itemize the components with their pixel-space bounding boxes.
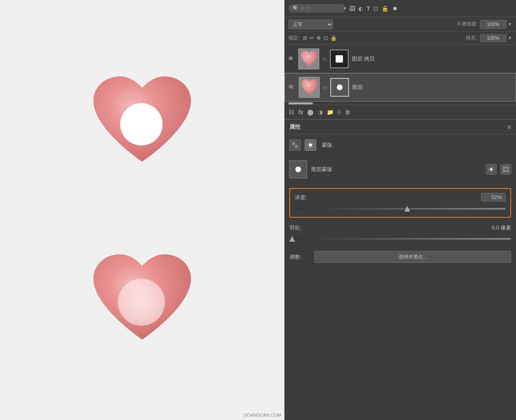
mask-section-label: 蒙版 (322, 141, 332, 149)
watermark: DOANDOAN.COM (244, 413, 281, 418)
density-label: 浓度: (295, 194, 307, 201)
toolbar-icons: 🖼 ◐ T ⊡ 🔒 (349, 5, 397, 12)
top-toolbar: 🔍 ▼ 🖼 ◐ T ⊡ 🔒 (284, 0, 516, 17)
layer-base-name: 图层 (352, 84, 363, 91)
density-slider-thumb[interactable] (404, 206, 410, 212)
svg-point-14 (490, 168, 492, 171)
mask-transform-action-icon[interactable] (501, 164, 511, 175)
new-layer-icon[interactable]: ⎘ (338, 109, 341, 115)
fill-dropdown-arrow: ▼ (508, 36, 512, 40)
svg-point-4 (118, 279, 165, 326)
svg-rect-7 (292, 142, 295, 145)
properties-body: 蒙版 图层蒙版 (284, 134, 516, 268)
fill-value[interactable]: 100% (480, 34, 506, 42)
lock-tool-icon[interactable]: 🔒 (382, 5, 388, 12)
layer-mask-row: 图层蒙版 (289, 157, 511, 182)
feather-slider-track (289, 238, 511, 240)
heart-top-svg (81, 64, 203, 178)
feather-section: 羽化: 0.0 像素 (289, 224, 511, 243)
layer-mask-preview-dot (295, 167, 301, 172)
lock-move-icon[interactable]: ✥ (317, 35, 321, 41)
density-row: 浓度: 52% (295, 193, 505, 201)
layer-copy-mask-dot (336, 55, 343, 63)
adjust-label: 调整: (289, 253, 310, 261)
density-slider-track (295, 208, 505, 210)
opacity-label: 不透明度: (457, 21, 477, 28)
svg-rect-9 (292, 145, 295, 148)
delete-layer-icon[interactable]: 🗑 (345, 109, 351, 115)
circle-tool-icon[interactable]: ◐ (358, 5, 363, 12)
link-layers-icon[interactable]: ⛓ (288, 109, 294, 115)
lock-row: 锁定: ⊞ ✏ ✥ ⊡ 🔒 填充: 100% ▼ (284, 32, 516, 45)
lock-label: 锁定: (288, 35, 299, 41)
layer-copy-chain-icon: ∞ (323, 56, 327, 62)
circle-mask-icon[interactable] (305, 139, 316, 151)
density-value[interactable]: 52% (481, 193, 505, 201)
layer-divider-bar (288, 102, 313, 104)
transform-tool-icon[interactable]: ⊡ (373, 5, 378, 12)
search-dropdown-icon: ▼ (343, 6, 347, 11)
properties-panel: 属性 ≡ (284, 119, 516, 420)
add-mask-icon[interactable]: ⬤ (307, 109, 314, 115)
layer-base-mask-thumb (330, 78, 349, 97)
layer-base-mask-dot (337, 84, 343, 90)
pixel-mask-icon[interactable] (289, 139, 301, 151)
image-tool-icon[interactable]: 🖼 (349, 5, 355, 12)
properties-menu-icon[interactable]: ≡ (507, 123, 511, 131)
svg-rect-16 (505, 168, 507, 171)
layer-copy-visibility-icon[interactable]: 👁 (288, 55, 295, 63)
blend-mode-row: 正常 不透明度: 100% ▼ (284, 17, 516, 32)
layer-tools: ⛓ fx ⬤ ◑ 📁 ⎘ 🗑 (284, 105, 516, 119)
opacity-dropdown-arrow: ▼ (508, 22, 512, 26)
properties-title: 属性 (289, 123, 301, 131)
layer-item-base[interactable]: 👁 ∞ 图层 (284, 73, 516, 102)
density-section: 浓度: 52% (289, 188, 511, 218)
feather-slider-container[interactable] (289, 235, 511, 243)
svg-rect-10 (295, 145, 298, 148)
search-input[interactable] (301, 6, 341, 11)
new-group-icon[interactable]: 📁 (327, 109, 334, 115)
svg-rect-8 (295, 142, 298, 145)
svg-point-2 (120, 103, 163, 145)
layer-copy-mask-thumb (330, 50, 349, 68)
mask-circle-action-icon[interactable] (486, 164, 496, 175)
density-slider-container[interactable] (295, 205, 505, 213)
search-icon: 🔍 (293, 5, 299, 11)
dot-indicator (393, 7, 397, 10)
select-and-mask-button[interactable]: 选择并遮住... (314, 251, 511, 263)
mask-type-row: 蒙版 (289, 139, 511, 151)
properties-header: 属性 ≡ (284, 120, 516, 134)
heart-bottom-container (81, 242, 203, 356)
layer-copy-name: 图层 拷贝 (352, 55, 375, 63)
layers-section: 👁 ∞ 图层 拷贝 (284, 45, 516, 119)
opacity-value[interactable]: 100% (480, 20, 506, 29)
svg-point-12 (309, 143, 312, 147)
lock-icons: ⊞ ✏ ✥ ⊡ 🔒 (303, 35, 337, 41)
lock-brush-icon[interactable]: ✏ (310, 35, 314, 41)
layer-base-chain-icon: ∞ (323, 84, 327, 91)
feather-row: 羽化: 0.0 像素 (289, 224, 511, 232)
lock-artboard-icon[interactable]: ⊡ (323, 35, 328, 41)
fill-label: 填充: (466, 35, 477, 41)
layer-mask-label: 图层蒙版 (311, 166, 482, 173)
canvas-area: DOANDOAN.COM (0, 0, 284, 420)
adjust-row: 调整: 选择并遮住... (289, 249, 511, 263)
fx-icon[interactable]: fx (298, 109, 303, 115)
layer-mask-preview-thumb (289, 160, 307, 178)
blend-mode-select[interactable]: 正常 (288, 19, 333, 29)
lock-pixel-icon[interactable]: ⊞ (303, 35, 307, 41)
right-panel: 🔍 ▼ 🖼 ◐ T ⊡ 🔒 正常 不透明度: 100% ▼ 锁定: ⊞ ✏ (284, 0, 516, 420)
heart-top-container (81, 64, 203, 178)
adjustment-icon[interactable]: ◑ (318, 109, 323, 115)
layer-copy-thumb (298, 48, 319, 69)
feather-value: 0.0 像素 (492, 224, 511, 232)
layer-base-visibility-icon[interactable]: 👁 (288, 84, 295, 91)
layer-base-thumb (299, 77, 320, 98)
layer-item-copy[interactable]: 👁 ∞ 图层 拷贝 (284, 45, 516, 73)
search-box[interactable]: 🔍 ▼ (288, 4, 345, 13)
lock-all-icon[interactable]: 🔒 (330, 35, 337, 41)
heart-bottom-svg (81, 242, 203, 356)
feather-label: 羽化: (289, 224, 301, 232)
type-tool-icon[interactable]: T (366, 5, 370, 12)
